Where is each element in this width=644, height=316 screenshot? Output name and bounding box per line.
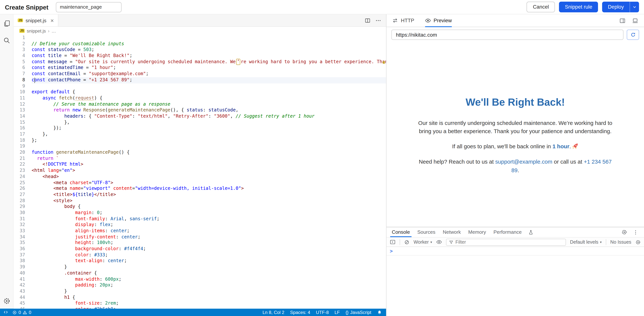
encoding-setting[interactable]: UTF-8 (316, 310, 329, 315)
tab-preview[interactable]: Preview (425, 15, 452, 27)
files-icon[interactable] (3, 20, 10, 27)
editor-panel: JS snippet.js × (0, 15, 386, 316)
console-output[interactable]: > (386, 247, 644, 316)
chevron-down-icon (632, 5, 636, 9)
line-numbers: 1234567891011121314151617181920212223242… (14, 35, 30, 309)
split-editor-icon[interactable] (365, 18, 370, 23)
close-tab-icon[interactable]: × (50, 18, 54, 23)
js-file-icon: JS (18, 18, 23, 22)
tab-snippet-js[interactable]: JS snippet.js × (14, 15, 58, 26)
eol-setting[interactable]: LF (334, 310, 340, 315)
clear-console-icon[interactable] (404, 239, 410, 245)
console-toolbar: Worker▾ Default levels▾ No Iss (386, 237, 644, 247)
console-sidebar-toggle-icon[interactable] (390, 239, 396, 245)
notifications-bell-icon[interactable] (377, 310, 382, 315)
devtools-menu-icon[interactable] (633, 229, 638, 235)
breadcrumb-file[interactable]: snippet.js (27, 29, 46, 33)
rocket-icon (572, 143, 578, 149)
devtools-panel: Console Sources Network Memory Performan… (386, 227, 644, 316)
indentation-setting[interactable]: Spaces: 4 (290, 310, 310, 315)
snippet-rule-button[interactable]: Snippet rule (559, 2, 598, 12)
maintenance-page: We'll Be Right Back! Our site is current… (413, 95, 618, 175)
maintenance-contact-line: Need help? Reach out to us at support@ex… (417, 158, 614, 175)
refresh-button[interactable] (627, 30, 639, 40)
device-toolbar-icon[interactable] (632, 18, 638, 24)
code-editor[interactable]: 1234567891011121314151617181920212223242… (14, 35, 386, 309)
cursor-position[interactable]: Ln 8, Col 2 (262, 310, 284, 315)
url-bar (386, 27, 644, 42)
tab-console[interactable]: Console (388, 227, 414, 237)
preview-panel: HTTP Preview (386, 15, 644, 316)
console-settings-gear-icon[interactable] (636, 239, 641, 245)
live-expression-eye-icon[interactable] (436, 239, 442, 245)
activity-bar (0, 15, 14, 309)
eye-icon (425, 18, 431, 24)
tab-http-label: HTTP (401, 18, 414, 24)
editor-status-bar: 0 0 Ln 8, Col 2 Spaces: 4 UTF-8 LF {} Ja… (0, 308, 386, 316)
error-count: 0 (18, 310, 21, 315)
breadcrumb-separator: › (48, 29, 49, 33)
execution-context-selector[interactable]: Worker▾ (414, 239, 432, 244)
chevron-down-icon: ▾ (430, 240, 432, 244)
support-email-link[interactable]: support@example.com (495, 159, 552, 165)
issues-counter[interactable]: No Issues (610, 239, 631, 244)
maintenance-eta-line: If all goes to plan, we'll be back onlin… (417, 143, 614, 151)
tab-preview-label: Preview (434, 18, 452, 24)
settings-gear-icon[interactable] (3, 297, 10, 304)
language-mode[interactable]: {} JavaScript (346, 310, 371, 315)
filter-funnel-icon (449, 240, 454, 244)
deploy-dropdown-button[interactable] (630, 2, 639, 12)
page-title: Create Snippet (5, 4, 48, 11)
problems-indicator[interactable]: 0 0 (12, 310, 32, 315)
overview-ruler-mark (383, 61, 385, 64)
log-levels-selector[interactable]: Default levels▾ (570, 239, 602, 244)
preview-panel-tabs: HTTP Preview (386, 15, 644, 27)
maintenance-message: Our site is currently undergoing schedul… (417, 119, 614, 136)
cancel-button[interactable]: Cancel (527, 2, 555, 12)
breadcrumb-more[interactable]: … (52, 29, 56, 33)
maintenance-heading: We'll Be Right Back! (417, 95, 614, 110)
deploy-button[interactable]: Deploy (602, 2, 630, 12)
tab-performance[interactable]: Performance (490, 227, 526, 237)
eta-value: 1 hour (552, 143, 570, 150)
toolbar-divider (400, 239, 400, 245)
editor-tab-bar: JS snippet.js × (14, 15, 386, 27)
devtools-tab-bar: Console Sources Network Memory Performan… (386, 227, 644, 237)
tab-label: snippet.js (26, 18, 46, 23)
language-label: JavaScript (350, 310, 371, 315)
tab-memory[interactable]: Memory (464, 227, 490, 237)
code-lines[interactable]: // Define your customizable inputsconst … (30, 35, 386, 309)
preview-viewport: We'll Be Right Back! Our site is current… (386, 42, 644, 227)
app-header: Create Snippet Cancel Snippet rule Deplo… (0, 0, 644, 15)
breadcrumb[interactable]: JS snippet.js › … (14, 27, 386, 35)
warning-count: 0 (29, 310, 31, 315)
snippet-name-input[interactable] (56, 2, 122, 12)
console-prompt-row[interactable]: > (386, 247, 644, 256)
tab-sources[interactable]: Sources (414, 227, 439, 237)
url-input[interactable] (391, 30, 624, 40)
console-prompt-chevron: > (390, 248, 393, 254)
error-icon (12, 310, 17, 314)
deploy-split-button: Deploy (602, 2, 639, 12)
refresh-icon (630, 32, 636, 37)
panel-layout-icon[interactable] (619, 18, 626, 24)
console-filter-box (446, 239, 566, 245)
toolbar-divider (606, 239, 606, 245)
http-swap-icon (392, 18, 398, 24)
more-actions-icon[interactable] (376, 18, 381, 23)
remote-indicator-icon[interactable] (3, 310, 8, 315)
tab-http[interactable]: HTTP (392, 15, 414, 27)
tab-network[interactable]: Network (439, 227, 464, 237)
js-file-icon: JS (19, 29, 25, 33)
devtools-settings-gear-icon[interactable] (622, 229, 627, 235)
braces-glyph: {} (346, 310, 348, 315)
create-snippet-app: Create Snippet Cancel Snippet rule Deplo… (0, 0, 644, 316)
chevron-down-icon: ▾ (600, 240, 602, 244)
warning-icon (22, 310, 27, 314)
experiment-flask-icon[interactable] (525, 227, 536, 237)
console-filter-input[interactable] (456, 239, 563, 244)
search-icon[interactable] (3, 37, 10, 44)
